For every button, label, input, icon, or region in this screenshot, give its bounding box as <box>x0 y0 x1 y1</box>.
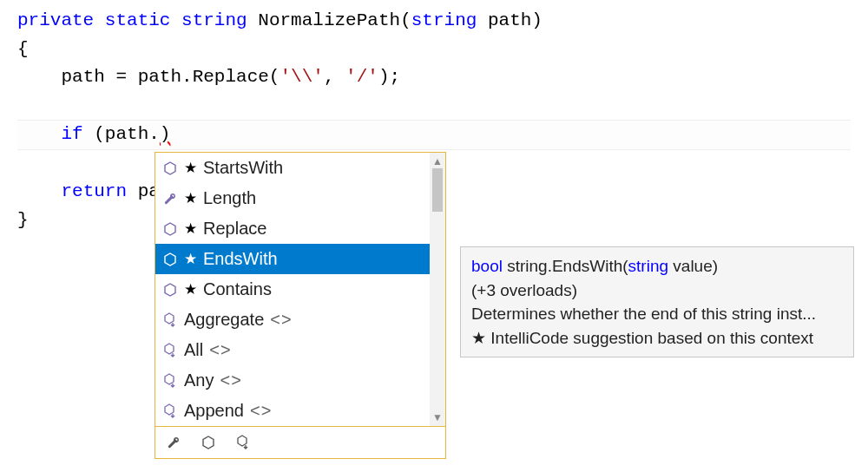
intellisense-filter-bar <box>155 426 445 458</box>
scroll-thumb[interactable] <box>432 168 443 212</box>
method-icon[interactable] <box>201 435 216 450</box>
code-line-4 <box>17 92 851 121</box>
intellisense-item-label: Any <box>184 370 214 390</box>
tooltip-overloads: (+3 overloads) <box>471 279 843 303</box>
keyword-static: static <box>105 10 171 30</box>
intellisense-item[interactable]: All<> <box>155 335 430 365</box>
code-line-2: { <box>17 36 851 64</box>
method-icon <box>162 221 178 237</box>
scrollbar[interactable]: ▲ ▼ <box>430 153 445 426</box>
intellisense-item[interactable]: ★Replace <box>155 213 430 244</box>
ext-method-icon <box>162 403 178 419</box>
wrench-icon <box>162 191 178 206</box>
intellisense-item[interactable]: ★StartsWith <box>155 153 430 183</box>
tooltip-signature: bool string.EndsWith(string value) <box>471 254 843 279</box>
ext-method-icon <box>162 343 178 358</box>
generic-indicator: <> <box>209 340 231 360</box>
syntax-error: ) <box>160 124 171 144</box>
star-icon: ★ <box>184 220 197 238</box>
keyword-string: string <box>181 10 247 30</box>
intellisense-item[interactable]: ★Contains <box>155 274 430 305</box>
intellisense-item[interactable]: Any<> <box>155 365 430 396</box>
code-line-3: path = path.Replace('\\', '/'); <box>17 63 851 92</box>
intellisense-item-label: EndsWith <box>203 249 278 269</box>
intellisense-item-label: StartsWith <box>203 158 283 178</box>
intellisense-item-label: Contains <box>203 279 272 299</box>
method-name: NormalizePath <box>258 10 400 30</box>
intellisense-item[interactable]: Append<> <box>155 396 430 426</box>
tooltip-description: Determines whether the end of this strin… <box>471 302 843 326</box>
ext-method-icon <box>162 312 178 328</box>
intellisense-item[interactable]: Aggregate<> <box>155 305 430 335</box>
generic-indicator: <> <box>220 370 241 390</box>
keyword-private: private <box>17 10 94 30</box>
intellisense-item[interactable]: ★Length <box>155 183 430 213</box>
wrench-icon[interactable] <box>166 435 181 450</box>
intellisense-popup[interactable]: ★StartsWith★Length★Replace★EndsWith★Cont… <box>155 152 446 459</box>
star-icon: ★ <box>184 189 197 207</box>
method-icon <box>162 252 178 267</box>
code-line-1: private static string NormalizePath(stri… <box>17 7 851 36</box>
star-icon: ★ <box>184 159 197 177</box>
method-icon <box>162 161 178 176</box>
intellisense-list: ★StartsWith★Length★Replace★EndsWith★Cont… <box>155 153 445 426</box>
member-tooltip: bool string.EndsWith(string value) (+3 o… <box>460 246 854 357</box>
intellisense-item-label: Aggregate <box>184 310 264 330</box>
scroll-up-icon[interactable]: ▲ <box>432 153 443 170</box>
intellisense-items: ★StartsWith★Length★Replace★EndsWith★Cont… <box>155 153 430 426</box>
star-icon: ★ <box>184 280 197 298</box>
intellisense-item-label: Append <box>184 401 244 421</box>
ext-method-icon <box>162 373 178 389</box>
scroll-down-icon[interactable]: ▼ <box>432 409 443 426</box>
code-line-5-current: if (path.) <box>17 120 851 150</box>
tooltip-intellicode: ★ IntelliCode suggestion based on this c… <box>471 326 843 351</box>
generic-indicator: <> <box>270 310 292 330</box>
generic-indicator: <> <box>250 401 272 421</box>
method-icon <box>162 282 178 298</box>
intellisense-item-label: Length <box>203 188 256 208</box>
ext-method-icon[interactable] <box>235 435 251 450</box>
star-icon: ★ <box>184 250 197 268</box>
intellisense-item-label: All <box>184 340 203 360</box>
intellisense-item[interactable]: ★EndsWith <box>155 244 430 274</box>
intellisense-item-label: Replace <box>203 219 266 239</box>
